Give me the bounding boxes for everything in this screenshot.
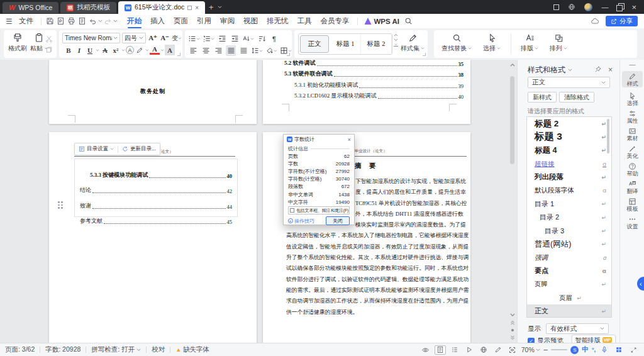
line-spacing-button[interactable] bbox=[251, 45, 263, 56]
char-shading-button[interactable]: A bbox=[165, 45, 175, 55]
proofread-button[interactable]: 校对 bbox=[152, 345, 165, 354]
fullscreen-icon[interactable] bbox=[628, 347, 639, 353]
outline-view-button[interactable] bbox=[449, 346, 460, 353]
styles-group-expander[interactable] bbox=[423, 53, 426, 56]
strikethrough-button[interactable]: A bbox=[100, 45, 110, 55]
panel-close-icon[interactable]: × bbox=[608, 65, 613, 74]
style-item[interactable]: 目录 2 ↵ bbox=[527, 211, 611, 224]
fit-page-button[interactable] bbox=[507, 346, 518, 354]
show-marks-button[interactable]: ¶ bbox=[269, 33, 279, 44]
current-style-select[interactable]: 正文 bbox=[528, 77, 610, 88]
typeset-button[interactable]: 排版 bbox=[517, 33, 542, 53]
dialog-titlebar[interactable]: W 字数统计 × bbox=[284, 135, 354, 144]
text-direction-button[interactable] bbox=[242, 33, 254, 44]
style-item[interactable]: 标题 2 ↵ bbox=[527, 117, 611, 130]
multi-window-icon[interactable] bbox=[553, 4, 559, 10]
style-item[interactable]: 普通(网站) ↵ bbox=[527, 238, 611, 251]
rail-item-styles[interactable]: 样式 bbox=[622, 71, 643, 87]
chevron-down-icon[interactable] bbox=[160, 49, 164, 52]
bold-button[interactable]: B bbox=[64, 45, 74, 55]
eye-protect-icon[interactable] bbox=[420, 346, 431, 354]
sort-button[interactable] bbox=[257, 33, 267, 44]
dialog-close-icon[interactable]: × bbox=[348, 136, 351, 143]
menu-tab[interactable]: 插入 bbox=[146, 14, 169, 28]
increase-font-button[interactable]: A⁺ bbox=[148, 33, 158, 43]
decrease-indent-button[interactable] bbox=[217, 33, 227, 44]
toc-entry[interactable]: 5.3 软硬件联合调试 38 bbox=[284, 67, 464, 78]
tab-document[interactable]: W 615毕业论文.docx × bbox=[118, 1, 205, 14]
toc-entry[interactable]: 致谢 44 bbox=[80, 194, 232, 210]
ime-logo-icon[interactable]: S bbox=[570, 346, 579, 354]
style-item[interactable]: 页脚 ↵ bbox=[527, 278, 611, 291]
ime-punctuation-toggle[interactable]: °, bbox=[592, 347, 596, 353]
toc-entry[interactable]: 5.3.3 按键模块功能调试 40 bbox=[80, 164, 232, 179]
globe-icon[interactable] bbox=[568, 3, 575, 11]
numbering-button[interactable] bbox=[203, 33, 214, 44]
menu-tab[interactable]: 视图 bbox=[239, 14, 262, 28]
ime-toolbox-icon[interactable] bbox=[613, 346, 625, 353]
microphone-icon[interactable] bbox=[599, 346, 610, 353]
user-avatar[interactable] bbox=[584, 3, 592, 11]
chevron-down-icon[interactable] bbox=[121, 49, 125, 52]
style-item[interactable]: 正文 ↵ bbox=[527, 304, 611, 318]
toc-entry[interactable]: 5.2 软件调试 35 bbox=[284, 57, 464, 67]
zoom-level[interactable]: 70% bbox=[521, 346, 540, 353]
toc-entry[interactable]: 结论 42 bbox=[80, 179, 232, 195]
rail-item-properties[interactable]: 属性 bbox=[622, 108, 643, 125]
show-filter-select[interactable]: 有效样式 bbox=[546, 323, 609, 334]
align-right-button[interactable] bbox=[213, 45, 223, 56]
toc-entry[interactable]: 5.3.2 LCD1602 显示模块功能调试 40 bbox=[284, 89, 464, 100]
minimize-button[interactable]: — bbox=[601, 3, 608, 11]
copy-button[interactable] bbox=[43, 45, 54, 55]
zoom-out-button[interactable]: − bbox=[543, 345, 548, 355]
cut-button[interactable] bbox=[43, 33, 54, 44]
decrease-font-button[interactable]: A⁻ bbox=[160, 33, 170, 43]
style-item[interactable]: 标题 4 ↵ bbox=[527, 144, 611, 157]
new-style-button[interactable]: 新样式 bbox=[528, 92, 557, 103]
hamburger-menu-icon[interactable]: ☰ bbox=[4, 16, 14, 26]
style-item[interactable]: 列出段落 ↵ bbox=[527, 170, 611, 184]
menu-tab[interactable]: 会员专享 bbox=[316, 14, 354, 28]
menu-file[interactable]: 文件 bbox=[14, 14, 38, 28]
undo-chevron-icon[interactable] bbox=[98, 19, 103, 23]
style-item[interactable]: 强调 ɑ bbox=[527, 251, 611, 264]
document-area[interactable]: 教务处制 大学毕业设计（论文） 目录设置 更新目录.. bbox=[0, 60, 517, 343]
style-item[interactable]: 标题 3 ↵ bbox=[527, 130, 611, 143]
font-color-button[interactable]: A bbox=[150, 45, 160, 55]
include-textbox-checkbox[interactable]: 包括文本框、脚注和尾注(F) bbox=[288, 206, 350, 214]
font-name-select[interactable]: Times New Romar bbox=[62, 33, 120, 43]
read-mode-button[interactable] bbox=[464, 346, 475, 353]
browse-object-button[interactable] bbox=[509, 326, 516, 334]
menu-tab[interactable]: 工具 bbox=[293, 14, 316, 28]
chevron-down-icon[interactable] bbox=[96, 49, 99, 52]
style-item[interactable]: 超链接 ɑ bbox=[527, 157, 611, 170]
menu-tab[interactable]: 排无忧 bbox=[262, 14, 293, 28]
text-effects-button[interactable]: 变 bbox=[172, 33, 182, 43]
print-preview-button[interactable] bbox=[77, 16, 87, 26]
superscript-button[interactable]: x² bbox=[111, 45, 121, 55]
style-item[interactable]: 目录 1 ↵ bbox=[527, 197, 611, 211]
toc-field[interactable]: 5.3.3 按键模块功能调试 40 结论 42 致谢 bbox=[74, 159, 238, 217]
style-list-scrollbar-thumb[interactable] bbox=[607, 119, 609, 153]
gallery-up-icon[interactable] bbox=[394, 33, 398, 36]
dialog-close-button[interactable]: 关闭 bbox=[326, 216, 350, 225]
style-gallery-item[interactable]: 标题 1 bbox=[330, 34, 361, 54]
find-replace-button[interactable]: 查找替换 bbox=[441, 33, 472, 53]
rail-item-assets[interactable]: 素材 bbox=[622, 126, 643, 142]
next-page-button[interactable] bbox=[509, 334, 516, 342]
new-tab-button[interactable]: + bbox=[209, 3, 214, 12]
style-item[interactable]: 默认段落字体 ɑ bbox=[527, 184, 611, 197]
menu-tab[interactable]: 引用 bbox=[192, 14, 216, 28]
page-2-left[interactable]: 大学毕业设计（论文） 目录设置 更新目录... bbox=[49, 132, 257, 343]
tips-link[interactable]: ▸ 操作技巧 bbox=[288, 218, 314, 225]
page-1-left[interactable]: 教务处制 bbox=[49, 60, 257, 124]
scroll-down-icon[interactable] bbox=[510, 313, 515, 317]
previous-page-button[interactable] bbox=[509, 319, 516, 326]
collapse-rail-button[interactable]: — bbox=[628, 62, 637, 69]
style-item[interactable]: 要点 ɑ bbox=[527, 264, 611, 277]
style-gallery-item[interactable]: 正文 bbox=[300, 35, 329, 53]
menu-tab[interactable]: 审阅 bbox=[216, 14, 239, 28]
rail-item-translate[interactable]: 翻译 bbox=[622, 179, 643, 195]
update-toc-button[interactable]: 更新目录... bbox=[118, 143, 160, 155]
scrollbar-thumb[interactable] bbox=[510, 76, 514, 164]
